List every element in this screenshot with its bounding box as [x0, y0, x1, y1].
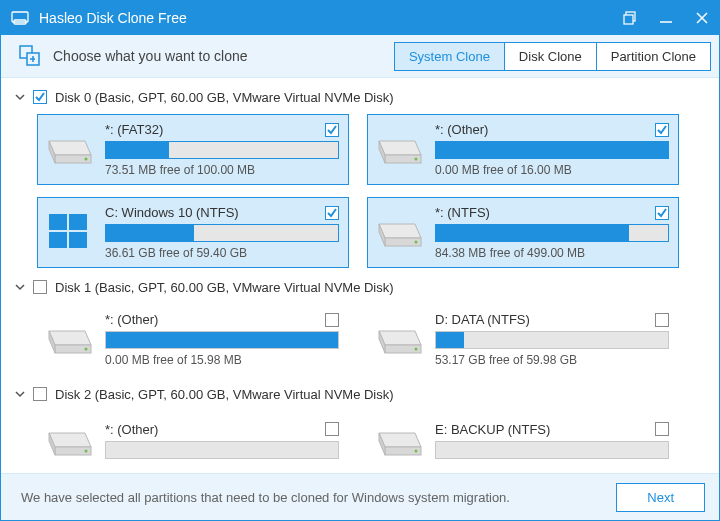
usage-bar — [435, 141, 669, 159]
chevron-down-icon[interactable] — [11, 385, 29, 403]
partition-title: *: (FAT32) — [105, 122, 325, 137]
partition-list: *: (Other)0.00 MB free of 15.98 MBD: DAT… — [1, 302, 719, 379]
partition-checkbox[interactable] — [655, 313, 669, 327]
disk-header[interactable]: Disk 1 (Basic, GPT, 60.00 GB, VMware Vir… — [1, 272, 719, 302]
partition-checkbox[interactable] — [325, 313, 339, 327]
svg-point-18 — [415, 240, 418, 243]
windows-icon — [45, 210, 95, 256]
partition-card[interactable]: *: (Other)0.00 MB free of 16.00 MB — [367, 114, 679, 185]
svg-rect-13 — [49, 214, 67, 230]
drive-icon — [375, 317, 425, 363]
drive-icon — [45, 317, 95, 363]
partition-card[interactable]: *: (Other) — [37, 411, 349, 473]
disk-label: Disk 1 (Basic, GPT, 60.00 GB, VMware Vir… — [55, 280, 394, 295]
titlebar: Hasleo Disk Clone Free — [1, 1, 719, 35]
app-logo-icon — [11, 9, 29, 27]
partition-title: *: (NTFS) — [435, 205, 655, 220]
chevron-down-icon[interactable] — [11, 88, 29, 106]
tab-disk-clone[interactable]: Disk Clone — [505, 43, 597, 70]
partition-title: D: DATA (NTFS) — [435, 312, 655, 327]
svg-point-22 — [415, 347, 418, 350]
free-space-text: 0.00 MB free of 16.00 MB — [435, 163, 669, 177]
disk-checkbox[interactable] — [33, 280, 47, 294]
partition-title: *: (Other) — [435, 122, 655, 137]
restore-icon[interactable] — [621, 9, 639, 27]
usage-bar — [435, 224, 669, 242]
disk-header[interactable]: Disk 2 (Basic, GPT, 60.00 GB, VMware Vir… — [1, 379, 719, 409]
partition-checkbox[interactable] — [655, 206, 669, 220]
svg-rect-16 — [69, 232, 87, 248]
action-prompt: Choose what you want to clone — [53, 48, 394, 64]
status-text: We have selected all partitions that nee… — [21, 490, 616, 505]
partition-title: E: BACKUP (NTFS) — [435, 422, 655, 437]
partition-card[interactable]: *: (Other)0.00 MB free of 15.98 MB — [37, 304, 349, 375]
free-space-text: 36.61 GB free of 59.40 GB — [105, 246, 339, 260]
partition-checkbox[interactable] — [325, 206, 339, 220]
svg-rect-15 — [49, 232, 67, 248]
partition-card[interactable]: E: BACKUP (NTFS) — [367, 411, 679, 473]
disk-label: Disk 0 (Basic, GPT, 60.00 GB, VMware Vir… — [55, 90, 394, 105]
minimize-icon[interactable] — [657, 9, 675, 27]
next-button[interactable]: Next — [616, 483, 705, 512]
drive-icon — [375, 210, 425, 256]
drive-icon — [375, 419, 425, 465]
chevron-down-icon[interactable] — [11, 278, 29, 296]
usage-bar — [435, 331, 669, 349]
partition-title: *: (Other) — [105, 422, 325, 437]
usage-bar — [105, 224, 339, 242]
svg-point-12 — [415, 157, 418, 160]
disk-label: Disk 2 (Basic, GPT, 60.00 GB, VMware Vir… — [55, 387, 394, 402]
drive-icon — [45, 127, 95, 173]
partition-checkbox[interactable] — [655, 422, 669, 436]
partition-title: C: Windows 10 (NTFS) — [105, 205, 325, 220]
disk-header[interactable]: Disk 0 (Basic, GPT, 60.00 GB, VMware Vir… — [1, 82, 719, 112]
drive-icon — [45, 419, 95, 465]
svg-point-24 — [85, 450, 88, 453]
partition-card[interactable]: *: (NTFS)84.38 MB free of 499.00 MB — [367, 197, 679, 268]
tab-system-clone[interactable]: System Clone — [395, 43, 505, 70]
disk-checkbox[interactable] — [33, 90, 47, 104]
usage-bar — [105, 331, 339, 349]
partition-checkbox[interactable] — [325, 123, 339, 137]
svg-rect-3 — [624, 15, 633, 24]
partition-card[interactable]: *: (FAT32)73.51 MB free of 100.00 MB — [37, 114, 349, 185]
partition-checkbox[interactable] — [325, 422, 339, 436]
footer-bar: We have selected all partitions that nee… — [1, 473, 719, 520]
disk-checkbox[interactable] — [33, 387, 47, 401]
clone-icon — [19, 45, 41, 67]
partition-checkbox[interactable] — [655, 123, 669, 137]
free-space-text: 0.00 MB free of 15.98 MB — [105, 353, 339, 367]
disk-list[interactable]: Disk 0 (Basic, GPT, 60.00 GB, VMware Vir… — [1, 78, 719, 473]
free-space-text: 84.38 MB free of 499.00 MB — [435, 246, 669, 260]
partition-card[interactable]: C: Windows 10 (NTFS)36.61 GB free of 59.… — [37, 197, 349, 268]
close-icon[interactable] — [693, 9, 711, 27]
free-space-text: 73.51 MB free of 100.00 MB — [105, 163, 339, 177]
partition-list: *: (FAT32)73.51 MB free of 100.00 MB*: (… — [1, 112, 719, 272]
drive-icon — [375, 127, 425, 173]
partition-title: *: (Other) — [105, 312, 325, 327]
partition-list: *: (Other)E: BACKUP (NTFS) — [1, 409, 719, 473]
svg-point-26 — [415, 450, 418, 453]
usage-bar — [435, 441, 669, 459]
action-bar: Choose what you want to clone System Clo… — [1, 35, 719, 78]
tab-partition-clone[interactable]: Partition Clone — [597, 43, 710, 70]
window-title: Hasleo Disk Clone Free — [39, 10, 621, 26]
usage-bar — [105, 141, 339, 159]
partition-card[interactable]: D: DATA (NTFS)53.17 GB free of 59.98 GB — [367, 304, 679, 375]
svg-point-10 — [85, 157, 88, 160]
mode-tabs: System Clone Disk Clone Partition Clone — [394, 42, 711, 71]
svg-point-20 — [85, 347, 88, 350]
svg-rect-14 — [69, 214, 87, 230]
usage-bar — [105, 441, 339, 459]
free-space-text: 53.17 GB free of 59.98 GB — [435, 353, 669, 367]
